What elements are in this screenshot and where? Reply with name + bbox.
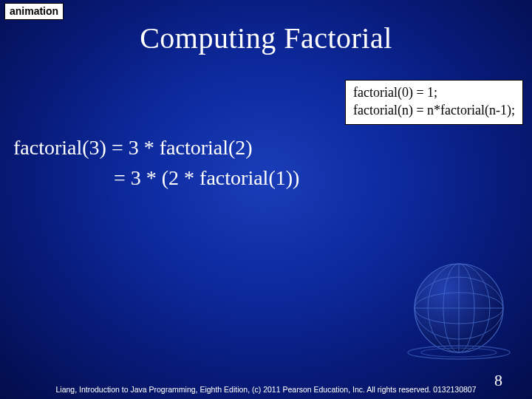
animation-badge: animation xyxy=(4,3,64,20)
slide-title: Computing Factorial xyxy=(0,21,532,55)
footer-text: Liang, Introduction to Java Programming,… xyxy=(0,385,532,395)
expansion-line-2: = 3 * (2 * factorial(1)) xyxy=(13,163,299,194)
expansion-line-1: factorial(3) = 3 * factorial(2) xyxy=(13,133,299,163)
definition-line-2: factorial(n) = n*factorial(n-1); xyxy=(353,101,515,119)
definition-line-1: factorial(0) = 1; xyxy=(353,83,515,101)
definition-box: factorial(0) = 1; factorial(n) = n*facto… xyxy=(345,80,523,125)
expansion-block: factorial(3) = 3 * factorial(2) = 3 * (2… xyxy=(13,133,299,193)
page-number: 8 xyxy=(494,371,502,390)
globe-icon xyxy=(403,253,514,364)
